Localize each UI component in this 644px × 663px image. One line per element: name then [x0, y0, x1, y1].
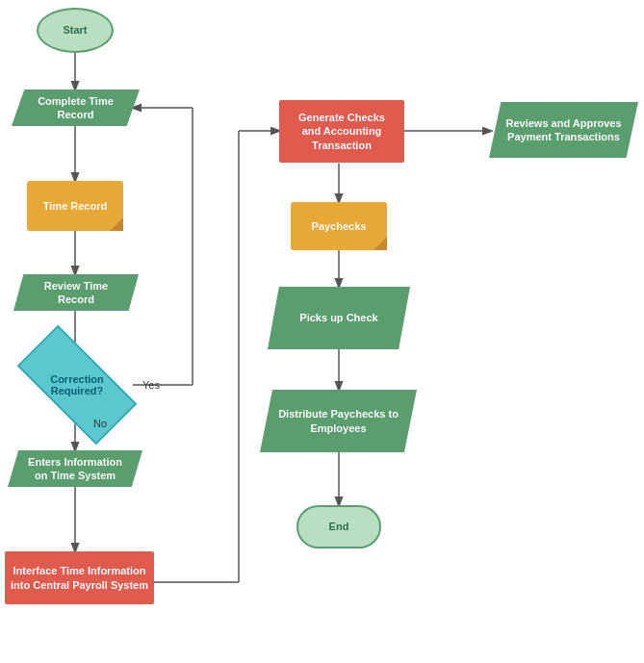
end-node: End [296, 505, 381, 548]
time-record-node: Time Record [27, 181, 123, 231]
complete-time-record-node: Complete Time Record [12, 89, 140, 126]
no-label: No [87, 416, 114, 431]
yes-label: Yes [137, 377, 166, 393]
correction-required-node: CorrectionRequired? [21, 356, 133, 414]
picks-up-check-node: Picks up Check [268, 287, 410, 349]
generate-checks-node: Generate Checksand AccountingTransaction [279, 100, 404, 163]
start-node: Start [37, 8, 114, 53]
paychecks-node: Paychecks [291, 202, 387, 250]
flowchart-diagram: Start Complete Time Record Time Record R… [0, 0, 644, 663]
review-time-record-node: Review TimeRecord [13, 274, 139, 311]
interface-time-node: Interface Time Informationinto Central P… [5, 551, 154, 604]
enters-info-node: Enters Informationon Time System [8, 450, 142, 487]
reviews-approves-node: Reviews and ApprovesPayment Transactions [489, 102, 638, 158]
distribute-paychecks-node: Distribute Paychecks toEmployees [260, 390, 417, 452]
